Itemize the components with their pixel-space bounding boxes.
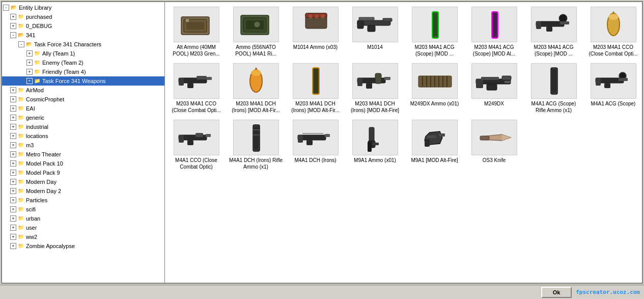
- tree-toggle-modelpack10[interactable]: +: [10, 160, 16, 167]
- item-image: [233, 120, 279, 155]
- item-image: [352, 120, 398, 155]
- sidebar-item-modelpack10[interactable]: + Model Pack 10: [2, 159, 164, 168]
- sidebar-item-scifi[interactable]: + scifi: [2, 205, 164, 214]
- sidebar-item-ally[interactable]: + Ally (Team 1): [2, 49, 164, 58]
- sidebar-item-locations[interactable]: + locations: [2, 131, 164, 141]
- sidebar-item-zombieapoc[interactable]: + Zombie Apocalypse: [2, 241, 164, 251]
- list-item[interactable]: M4A1 ACG (Scope) Rifle Ammo (x1): [524, 61, 583, 116]
- list-item[interactable]: M1014: [346, 4, 404, 60]
- list-item[interactable]: Ammo (556NATO POOL) M4A1 Ri...: [227, 4, 285, 60]
- list-item[interactable]: M4A1 CCO (Close Combat Optic): [167, 117, 226, 173]
- tree-toggle-scifi[interactable]: +: [10, 206, 16, 212]
- item-image: [293, 7, 339, 42]
- list-item[interactable]: M203 M4A1 ACG (Scope) [MOD Al...: [465, 4, 523, 60]
- list-item[interactable]: M203 M4A1 CCO (Close Combat Opti...: [167, 61, 226, 116]
- list-item[interactable]: M4A1 ACG (Scope): [584, 61, 642, 116]
- tree-toggle-airmod[interactable]: +: [10, 87, 16, 93]
- airmod-icon: [17, 87, 24, 94]
- tree-toggle-particles[interactable]: +: [10, 197, 16, 203]
- svg-rect-93: [480, 136, 489, 140]
- user-icon: [17, 224, 24, 231]
- industrial-label: industrial: [26, 123, 48, 131]
- list-item[interactable]: M203 M4A1 DCH (Irons) [MOD Alt-Fir...: [227, 61, 285, 116]
- tree-toggle-user[interactable]: +: [10, 225, 16, 231]
- sidebar-item-341[interactable]: - 341: [2, 31, 164, 40]
- tree-toggle-ally[interactable]: +: [26, 50, 33, 57]
- sidebar-item-eai[interactable]: + EAI: [2, 104, 164, 113]
- sidebar-item-generic[interactable]: + generic: [2, 113, 164, 122]
- sidebar-item-particles[interactable]: + Particles: [2, 196, 164, 205]
- sidebar-item-modernday2[interactable]: + Modern Day 2: [2, 186, 164, 196]
- tree-root[interactable]: - Entity Library: [2, 3, 164, 12]
- list-item[interactable]: M203 M4A1 ACG (Scope) [MOD ...: [524, 4, 583, 60]
- list-item[interactable]: OS3 Knife: [465, 117, 523, 173]
- sidebar-item-metroptheater[interactable]: + Metro Theater: [2, 150, 164, 159]
- list-item[interactable]: M203 M4A1 CCO (Close Combat Opti...: [584, 4, 642, 60]
- tree-toggle-tf341weapons[interactable]: +: [26, 78, 33, 84]
- sidebar-item-0debug[interactable]: + 0_DEBUG: [2, 21, 164, 31]
- list-item[interactable]: M203 M4A1 DCH (Irons) [MOD Alt-Fir...: [286, 61, 345, 116]
- item-label: M203 M4A1 DCH (Irons) [MOD Alt-Fire]: [347, 100, 403, 114]
- metroptheater-icon: [17, 151, 24, 158]
- list-item[interactable]: M203 M4A1 DCH (Irons) [MOD Alt-Fire]: [346, 61, 404, 116]
- list-item[interactable]: M9A1 Ammo (x01): [346, 117, 404, 173]
- sidebar-item-enemy[interactable]: + Enemy (Team 2): [2, 58, 164, 67]
- list-item[interactable]: M4A1 DCH (Irons) Rifle Ammo (x1): [227, 117, 285, 173]
- tree-toggle-modernday[interactable]: +: [10, 179, 16, 185]
- item-label: M9A1 Ammo (x01): [354, 157, 396, 164]
- tree-toggle-tf341chars[interactable]: -: [18, 41, 24, 47]
- tree-toggle-0debug[interactable]: +: [10, 23, 16, 29]
- svg-rect-76: [206, 134, 211, 137]
- tree-toggle-generic[interactable]: +: [10, 115, 16, 121]
- tree-toggle-modelpack9[interactable]: +: [10, 170, 16, 176]
- list-item[interactable]: M249DX Ammo (x01): [405, 61, 464, 116]
- tree-toggle-friendly[interactable]: +: [26, 69, 33, 75]
- list-item[interactable]: M9A1 [MOD Alt-Fire]: [405, 117, 464, 173]
- list-item[interactable]: M203 M4A1 ACG (Scope) [MOD ...: [405, 4, 464, 60]
- list-item[interactable]: M1014 Ammo (x03): [286, 4, 345, 60]
- tree-toggle-341[interactable]: -: [10, 32, 16, 38]
- sidebar-item-modernday[interactable]: + Modern Day: [2, 177, 164, 186]
- sidebar-item-tf341weapons[interactable]: + Task Force 341 Weapons: [2, 76, 164, 86]
- sidebar-item-purchased[interactable]: + purchased: [2, 12, 164, 21]
- tree-toggle-m3[interactable]: +: [10, 142, 16, 148]
- sidebar-item-urban[interactable]: + urban: [2, 214, 164, 223]
- item-image: [293, 120, 339, 155]
- list-item[interactable]: M4A1 DCH (Irons): [286, 117, 345, 173]
- svg-point-10: [309, 14, 313, 18]
- list-item[interactable]: M249DX: [465, 61, 523, 116]
- sidebar-item-ww2[interactable]: + ww2: [2, 232, 164, 241]
- item-label: Ammo (556NATO POOL) M4A1 Ri...: [228, 44, 284, 57]
- sidebar-item-modelpack9[interactable]: + Model Pack 9: [2, 168, 164, 177]
- item-label: M9A1 [MOD Alt-Fire]: [411, 157, 458, 164]
- item-label: M249DX Ammo (x01): [410, 100, 459, 107]
- ok-button[interactable]: Ok: [541, 287, 572, 298]
- tree-toggle-cosmicprophet[interactable]: +: [10, 96, 16, 102]
- tree-toggle-urban[interactable]: +: [10, 215, 16, 222]
- sidebar-item-tf341chars[interactable]: - Task Force 341 Characters: [2, 40, 164, 49]
- item-label: M203 M4A1 CCO (Close Combat Opti...: [585, 44, 641, 57]
- tree-toggle-eai[interactable]: +: [10, 105, 16, 112]
- sidebar-item-user[interactable]: + user: [2, 223, 164, 232]
- sidebar-item-industrial[interactable]: + industrial: [2, 122, 164, 131]
- modelpack9-icon: [17, 169, 24, 176]
- tree-toggle-enemy[interactable]: +: [26, 60, 33, 66]
- tree-toggle-locations[interactable]: +: [10, 133, 16, 139]
- item-label: M4A1 ACG (Scope) Rifle Ammo (x1): [526, 100, 581, 114]
- sidebar-item-airmod[interactable]: + AirMod: [2, 86, 164, 95]
- tree-toggle-modernday2[interactable]: +: [10, 188, 16, 194]
- watermark: fpscreator.ucoz.com: [576, 289, 640, 295]
- tree-toggle-zombieapoc[interactable]: +: [10, 243, 16, 249]
- tree-toggle-industrial[interactable]: +: [10, 124, 16, 130]
- tree-toggle-root[interactable]: -: [3, 5, 9, 11]
- svg-rect-2: [186, 22, 204, 30]
- metroptheater-label: Metro Theater: [26, 150, 61, 158]
- sidebar-item-friendly[interactable]: + Friendly (Team 4): [2, 67, 164, 76]
- tree-toggle-metroptheater[interactable]: +: [10, 151, 16, 157]
- tree-toggle-ww2[interactable]: +: [10, 234, 16, 240]
- sidebar-item-cosmicprophet[interactable]: + CosmicProphet: [2, 95, 164, 104]
- sidebar-item-m3[interactable]: + m3: [2, 141, 164, 150]
- list-item[interactable]: Alt Ammo (40MM POOL) M203 Gren...: [167, 4, 226, 60]
- bottom-bar: Ok fpscreator.ucoz.com: [0, 285, 644, 299]
- tree-toggle-purchased[interactable]: +: [10, 14, 16, 20]
